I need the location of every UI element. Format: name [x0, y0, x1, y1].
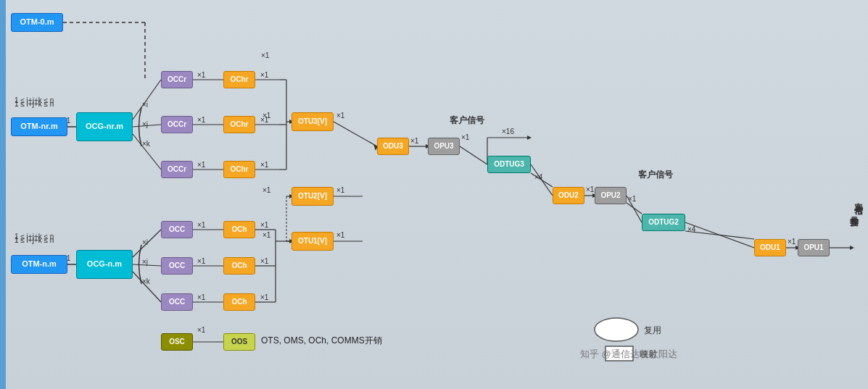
- svg-line-29: [460, 146, 487, 164]
- svg-text:×1: ×1: [788, 238, 796, 246]
- svg-line-39: [133, 264, 161, 266]
- svg-text:×i: ×i: [142, 101, 148, 109]
- svg-text:×1: ×1: [260, 293, 269, 301]
- svg-text:×1: ×1: [410, 137, 419, 145]
- svg-line-5: [133, 134, 161, 170]
- ocgnr-box: OCG-nr.m: [76, 112, 133, 141]
- occ1-box: OCC: [161, 221, 193, 238]
- svg-text:×1: ×1: [263, 186, 271, 194]
- svg-text:×1: ×1: [197, 293, 206, 301]
- occr1-box: OCCr: [161, 71, 193, 88]
- odtug2-box: ODTUG2: [642, 214, 685, 231]
- och3-box: OCh: [223, 293, 255, 311]
- svg-text:×1: ×1: [260, 116, 269, 124]
- odu3-box: ODU3: [377, 138, 409, 155]
- svg-text:×1: ×1: [261, 51, 270, 59]
- svg-text:×i: ×i: [142, 238, 148, 246]
- occ3-box: OCC: [161, 293, 193, 311]
- svg-text:客户信号: 客户信号: [638, 170, 674, 180]
- svg-point-106: [595, 318, 638, 341]
- odtug3-box: ODTUG3: [487, 156, 531, 173]
- svg-line-61: [685, 231, 754, 239]
- odu2-box: ODU2: [553, 187, 584, 204]
- svg-text:×4: ×4: [534, 173, 543, 181]
- otmn-box: OTM-n.m: [11, 255, 67, 274]
- svg-text:×1: ×1: [260, 257, 269, 265]
- osc-box: OSC: [161, 333, 193, 351]
- opu1-box: OPU1: [798, 239, 830, 256]
- svg-text:×k: ×k: [142, 277, 151, 285]
- svg-line-59: [531, 173, 553, 187]
- svg-text:×1: ×1: [263, 112, 271, 120]
- och2-box: OCh: [223, 257, 255, 275]
- opu2-box: OPU2: [595, 187, 627, 204]
- svg-line-33: [627, 196, 642, 222]
- svg-line-25: [334, 122, 377, 146]
- connection-lines: ×i ×j ×k ×i ×j ×k ×1 ×1 ×1 ×1 ×1 ×1 ×1 ×…: [0, 0, 868, 389]
- svg-text:×1: ×1: [197, 71, 206, 79]
- occr2-box: OCCr: [161, 116, 193, 133]
- svg-text:×1: ×1: [260, 161, 269, 169]
- constraint2-label: 1 ≤ i+j+k ≤ n: [15, 236, 54, 244]
- diagram-container: ×i ×j ×k ×i ×j ×k ×1 ×1 ×1 ×1 ×1 ×1 ×1 ×…: [0, 0, 868, 389]
- svg-text:×j: ×j: [142, 120, 148, 128]
- svg-line-38: [133, 230, 161, 257]
- oos-box: OOS: [223, 333, 255, 351]
- svg-text:客户信号: 客户信号: [450, 115, 485, 125]
- ochr3-box: OChr: [223, 161, 255, 178]
- svg-text:×16: ×16: [502, 127, 514, 135]
- svg-line-30: [531, 164, 553, 196]
- svg-text:×k: ×k: [142, 140, 151, 148]
- svg-text:×1: ×1: [628, 195, 637, 203]
- svg-text:×1: ×1: [197, 326, 206, 334]
- otu2v-box: OTU2[V]: [292, 187, 334, 206]
- odu1-box: ODU1: [754, 239, 786, 256]
- svg-text:×1: ×1: [260, 221, 269, 229]
- otu3v-box: OTU3[V]: [292, 112, 334, 131]
- svg-marker-58: [527, 135, 532, 140]
- svg-text:客户信号: 客户信号: [849, 217, 859, 227]
- ocgn-box: OCG-n.m: [76, 250, 133, 279]
- svg-text:×1: ×1: [336, 112, 345, 120]
- svg-text:复用: 复用: [644, 325, 661, 335]
- svg-text:×1: ×1: [336, 186, 345, 194]
- svg-marker-64: [850, 246, 854, 250]
- svg-text:×1: ×1: [197, 161, 206, 169]
- svg-line-3: [133, 80, 161, 120]
- otu1v-box: OTU1[V]: [292, 232, 334, 251]
- svg-text:×1: ×1: [197, 257, 206, 265]
- svg-line-34: [685, 222, 754, 248]
- ochr1-box: OChr: [223, 71, 255, 88]
- otmnr-box: OTM-nr.m: [11, 117, 67, 136]
- svg-text:×1: ×1: [461, 133, 470, 141]
- och1-box: OCh: [223, 221, 255, 238]
- left-bar: [0, 0, 6, 389]
- ochr2-box: OChr: [223, 116, 255, 133]
- svg-line-60: [627, 203, 642, 214]
- svg-text:×1: ×1: [336, 231, 345, 239]
- svg-text:×1: ×1: [586, 185, 595, 193]
- occr3-box: OCCr: [161, 161, 193, 178]
- otm0-box: OTM-0.m: [11, 13, 63, 32]
- opu3-box: OPU3: [428, 138, 460, 155]
- constraint1-label: 1 ≤ i+j+k ≤ n: [15, 100, 54, 108]
- svg-text:×1: ×1: [263, 231, 271, 239]
- ots-label: OTS, OMS, OCh, COMMS开销: [261, 335, 382, 347]
- occ2-box: OCC: [161, 257, 193, 275]
- svg-text:×1: ×1: [260, 71, 269, 79]
- customer-signal-vertical: 客户信号: [852, 196, 864, 201]
- svg-text:×1: ×1: [197, 116, 206, 124]
- svg-line-4: [133, 125, 161, 127]
- svg-line-40: [133, 272, 161, 302]
- svg-text:×1: ×1: [197, 221, 206, 229]
- watermark: 知乎 @通信达叔欧阳达: [580, 348, 737, 382]
- svg-text:×j: ×j: [142, 258, 148, 266]
- svg-text:×4: ×4: [687, 225, 696, 233]
